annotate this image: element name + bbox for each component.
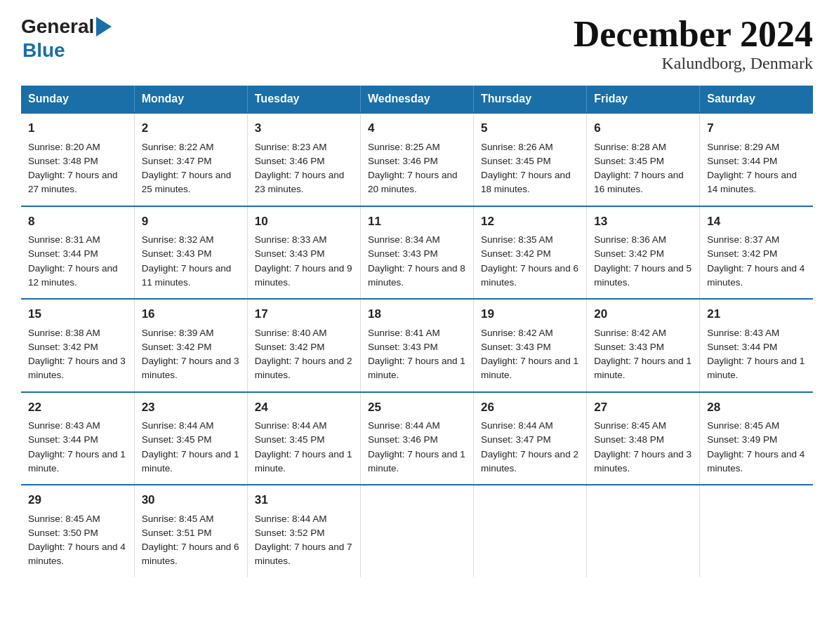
col-monday: Monday [134, 86, 247, 113]
table-row [700, 485, 813, 577]
day-number: 17 [255, 305, 353, 323]
sunrise-info: Sunrise: 8:45 AM [594, 420, 666, 431]
sunset-info: Sunset: 3:43 PM [368, 248, 438, 259]
page-header: General Blue December 2024 Kalundborg, D… [21, 14, 813, 73]
day-number: 12 [481, 213, 579, 231]
daylight-info: Daylight: 7 hours and 4 minutes. [707, 449, 805, 474]
daylight-info: Daylight: 7 hours and 23 minutes. [255, 170, 345, 194]
day-number: 4 [368, 119, 466, 137]
table-row: 28Sunrise: 8:45 AMSunset: 3:49 PMDayligh… [700, 392, 813, 485]
sunset-info: Sunset: 3:49 PM [707, 434, 777, 445]
day-number: 1 [28, 119, 127, 137]
col-sunday: Sunday [21, 86, 134, 113]
sunrise-info: Sunrise: 8:44 AM [481, 420, 553, 431]
sunset-info: Sunset: 3:43 PM [594, 342, 664, 352]
sunset-info: Sunset: 3:42 PM [142, 342, 212, 352]
daylight-info: Daylight: 7 hours and 7 minutes. [255, 542, 352, 566]
table-row: 25Sunrise: 8:44 AMSunset: 3:46 PMDayligh… [360, 392, 473, 485]
sunset-info: Sunset: 3:44 PM [28, 434, 98, 445]
sunrise-info: Sunrise: 8:40 AM [255, 328, 327, 338]
sunset-info: Sunset: 3:44 PM [28, 248, 98, 259]
col-wednesday: Wednesday [360, 86, 473, 113]
day-number: 7 [707, 119, 806, 137]
table-row: 8Sunrise: 8:31 AMSunset: 3:44 PMDaylight… [21, 206, 134, 300]
day-number: 13 [594, 213, 692, 231]
sunrise-info: Sunrise: 8:44 AM [142, 420, 214, 431]
day-number: 27 [594, 398, 692, 417]
sunset-info: Sunset: 3:42 PM [255, 342, 325, 352]
table-row: 12Sunrise: 8:35 AMSunset: 3:42 PMDayligh… [474, 206, 587, 300]
day-number: 15 [28, 305, 127, 323]
sunrise-info: Sunrise: 8:44 AM [368, 420, 440, 431]
daylight-info: Daylight: 7 hours and 4 minutes. [707, 263, 805, 288]
daylight-info: Daylight: 7 hours and 1 minute. [594, 356, 691, 380]
table-row: 2Sunrise: 8:22 AMSunset: 3:47 PMDaylight… [134, 113, 247, 206]
daylight-info: Daylight: 7 hours and 5 minutes. [594, 263, 691, 288]
table-row: 22Sunrise: 8:43 AMSunset: 3:44 PMDayligh… [21, 392, 134, 485]
calendar-week-row: 22Sunrise: 8:43 AMSunset: 3:44 PMDayligh… [21, 392, 813, 485]
table-row: 29Sunrise: 8:45 AMSunset: 3:50 PMDayligh… [21, 485, 134, 577]
sunrise-info: Sunrise: 8:28 AM [594, 142, 666, 152]
sunset-info: Sunset: 3:47 PM [142, 156, 212, 166]
daylight-info: Daylight: 7 hours and 6 minutes. [481, 263, 578, 288]
daylight-info: Daylight: 7 hours and 2 minutes. [481, 449, 578, 474]
sunset-info: Sunset: 3:43 PM [142, 248, 212, 259]
table-row: 31Sunrise: 8:44 AMSunset: 3:52 PMDayligh… [247, 485, 360, 577]
sunset-info: Sunset: 3:43 PM [255, 248, 325, 259]
sunset-info: Sunset: 3:45 PM [255, 434, 325, 445]
table-row: 30Sunrise: 8:45 AMSunset: 3:51 PMDayligh… [134, 485, 247, 577]
table-row: 15Sunrise: 8:38 AMSunset: 3:42 PMDayligh… [21, 299, 134, 392]
sunset-info: Sunset: 3:46 PM [368, 434, 438, 445]
daylight-info: Daylight: 7 hours and 20 minutes. [368, 170, 458, 194]
table-row: 3Sunrise: 8:23 AMSunset: 3:46 PMDaylight… [247, 113, 360, 206]
daylight-info: Daylight: 7 hours and 1 minute. [707, 356, 805, 380]
table-row: 27Sunrise: 8:45 AMSunset: 3:48 PMDayligh… [587, 392, 700, 485]
day-number: 29 [28, 491, 127, 509]
logo: General Blue [21, 14, 112, 62]
day-number: 6 [594, 119, 692, 137]
day-number: 25 [368, 398, 466, 417]
sunset-info: Sunset: 3:43 PM [481, 342, 551, 352]
page-subtitle: Kalundborg, Denmark [574, 54, 813, 73]
col-tuesday: Tuesday [247, 86, 360, 113]
sunrise-info: Sunrise: 8:34 AM [368, 234, 440, 245]
table-row: 18Sunrise: 8:41 AMSunset: 3:43 PMDayligh… [360, 299, 473, 392]
daylight-info: Daylight: 7 hours and 6 minutes. [142, 542, 239, 566]
daylight-info: Daylight: 7 hours and 1 minute. [255, 449, 352, 474]
table-row: 24Sunrise: 8:44 AMSunset: 3:45 PMDayligh… [247, 392, 360, 485]
sunset-info: Sunset: 3:45 PM [594, 156, 664, 166]
table-row: 17Sunrise: 8:40 AMSunset: 3:42 PMDayligh… [247, 299, 360, 392]
col-friday: Friday [587, 86, 700, 113]
sunrise-info: Sunrise: 8:33 AM [255, 234, 327, 245]
sunset-info: Sunset: 3:42 PM [481, 248, 551, 259]
table-row: 23Sunrise: 8:44 AMSunset: 3:45 PMDayligh… [134, 392, 247, 485]
daylight-info: Daylight: 7 hours and 3 minutes. [28, 356, 126, 380]
sunset-info: Sunset: 3:47 PM [481, 434, 551, 445]
title-section: December 2024 Kalundborg, Denmark [574, 14, 813, 73]
table-row [587, 485, 700, 577]
daylight-info: Daylight: 7 hours and 27 minutes. [28, 170, 118, 194]
sunrise-info: Sunrise: 8:31 AM [28, 234, 100, 245]
day-number: 5 [481, 119, 579, 137]
day-number: 9 [142, 213, 240, 231]
sunrise-info: Sunrise: 8:39 AM [142, 328, 214, 338]
sunrise-info: Sunrise: 8:45 AM [707, 420, 779, 431]
daylight-info: Daylight: 7 hours and 8 minutes. [368, 263, 465, 288]
sunrise-info: Sunrise: 8:45 AM [142, 514, 214, 524]
sunrise-info: Sunrise: 8:42 AM [481, 328, 553, 338]
calendar-week-row: 1Sunrise: 8:20 AMSunset: 3:48 PMDaylight… [21, 113, 813, 206]
daylight-info: Daylight: 7 hours and 1 minute. [368, 356, 465, 380]
table-row: 19Sunrise: 8:42 AMSunset: 3:43 PMDayligh… [474, 299, 587, 392]
sunrise-info: Sunrise: 8:38 AM [28, 328, 100, 338]
table-row: 9Sunrise: 8:32 AMSunset: 3:43 PMDaylight… [134, 206, 247, 300]
sunset-info: Sunset: 3:44 PM [707, 342, 777, 352]
day-number: 3 [255, 119, 353, 137]
table-row: 10Sunrise: 8:33 AMSunset: 3:43 PMDayligh… [247, 206, 360, 300]
table-row: 7Sunrise: 8:29 AMSunset: 3:44 PMDaylight… [700, 113, 813, 206]
calendar-table: Sunday Monday Tuesday Wednesday Thursday… [21, 86, 813, 577]
calendar-header-row: Sunday Monday Tuesday Wednesday Thursday… [21, 86, 813, 113]
table-row: 5Sunrise: 8:26 AMSunset: 3:45 PMDaylight… [474, 113, 587, 206]
day-number: 16 [142, 305, 240, 323]
day-number: 21 [707, 305, 806, 323]
table-row: 21Sunrise: 8:43 AMSunset: 3:44 PMDayligh… [700, 299, 813, 392]
